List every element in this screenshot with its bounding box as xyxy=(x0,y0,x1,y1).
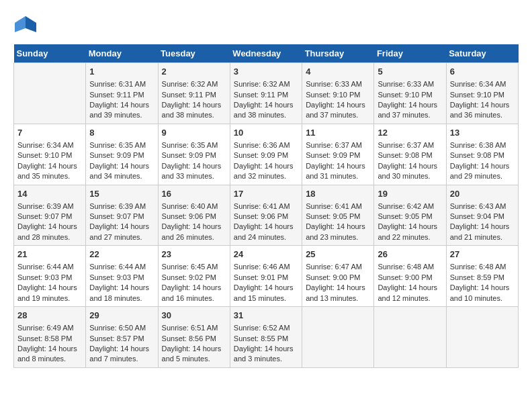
cell-info: Sunset: 8:57 PM xyxy=(89,334,154,344)
cell-info: and 38 minutes. xyxy=(162,110,226,120)
cell-info: Sunrise: 6:35 AM xyxy=(89,140,154,150)
calendar-cell: 3Sunrise: 6:32 AMSunset: 9:11 PMDaylight… xyxy=(230,63,302,124)
cell-info: Daylight: 14 hours xyxy=(450,100,515,110)
cell-info: and 18 minutes. xyxy=(89,293,154,304)
day-number: 17 xyxy=(234,188,298,200)
cell-info: and 19 minutes. xyxy=(17,293,82,304)
cell-info: Sunrise: 6:44 AM xyxy=(17,262,82,272)
cell-info: and 27 minutes. xyxy=(89,232,154,242)
cell-info: Sunrise: 6:40 AM xyxy=(162,201,226,212)
day-number: 2 xyxy=(162,66,226,78)
cell-info: and 28 minutes. xyxy=(17,232,82,242)
calendar-week-row: 28Sunrise: 6:49 AMSunset: 8:58 PMDayligh… xyxy=(14,307,519,368)
cell-info: and 8 minutes. xyxy=(17,354,82,364)
day-number: 26 xyxy=(378,248,442,261)
day-number: 24 xyxy=(234,248,298,261)
cell-info: Sunrise: 6:32 AM xyxy=(162,79,226,89)
calendar-cell: 18Sunrise: 6:41 AMSunset: 9:05 PMDayligh… xyxy=(302,185,374,246)
day-number: 18 xyxy=(306,188,370,200)
calendar-cell: 6Sunrise: 6:34 AMSunset: 9:10 PMDaylight… xyxy=(446,63,518,124)
cell-info: Sunrise: 6:43 AM xyxy=(450,201,515,212)
cell-info: and 15 minutes. xyxy=(234,293,298,304)
calendar-table: SundayMondayTuesdayWednesdayThursdayFrid… xyxy=(13,44,519,368)
calendar-week-row: 1Sunrise: 6:31 AMSunset: 9:11 PMDaylight… xyxy=(14,63,519,124)
cell-info: Sunset: 9:11 PM xyxy=(162,90,226,100)
cell-info: Sunset: 8:59 PM xyxy=(450,273,515,283)
day-header-thursday: Thursday xyxy=(302,44,374,63)
cell-info: Sunrise: 6:38 AM xyxy=(450,140,515,150)
cell-info: Sunset: 9:11 PM xyxy=(89,90,154,100)
calendar-cell: 19Sunrise: 6:42 AMSunset: 9:05 PMDayligh… xyxy=(374,185,446,246)
cell-info: Sunrise: 6:42 AM xyxy=(378,201,442,212)
cell-info: and 39 minutes. xyxy=(89,110,154,120)
cell-info: and 29 minutes. xyxy=(450,171,515,181)
cell-info: Sunrise: 6:45 AM xyxy=(162,262,226,272)
calendar-week-row: 7Sunrise: 6:34 AMSunset: 9:10 PMDaylight… xyxy=(14,124,519,185)
cell-info: and 26 minutes. xyxy=(162,232,226,242)
cell-info: Sunset: 9:03 PM xyxy=(17,273,82,283)
calendar-cell xyxy=(14,63,86,124)
day-number: 10 xyxy=(234,127,298,139)
cell-info: and 22 minutes. xyxy=(378,232,442,242)
cell-info: Sunset: 9:09 PM xyxy=(162,150,226,161)
cell-info: Daylight: 14 hours xyxy=(450,222,515,232)
cell-info: Sunrise: 6:35 AM xyxy=(162,140,226,150)
day-number: 15 xyxy=(89,188,154,200)
calendar-cell: 10Sunrise: 6:36 AMSunset: 9:09 PMDayligh… xyxy=(230,124,302,185)
day-number: 11 xyxy=(306,127,370,139)
cell-info: Sunset: 9:03 PM xyxy=(89,273,154,283)
cell-info: and 30 minutes. xyxy=(378,171,442,181)
cell-info: Sunset: 9:10 PM xyxy=(450,90,515,100)
cell-info: and 23 minutes. xyxy=(306,232,370,242)
cell-info: Daylight: 14 hours xyxy=(306,222,370,232)
cell-info: Daylight: 14 hours xyxy=(162,161,226,171)
page-header xyxy=(13,13,519,38)
calendar-body: 1Sunrise: 6:31 AMSunset: 9:11 PMDaylight… xyxy=(14,63,519,368)
day-number: 14 xyxy=(17,188,82,200)
cell-info: Sunrise: 6:39 AM xyxy=(17,201,82,212)
cell-info: Sunset: 9:08 PM xyxy=(378,150,442,161)
cell-info: Sunset: 9:09 PM xyxy=(89,150,154,161)
calendar-cell: 24Sunrise: 6:46 AMSunset: 9:01 PMDayligh… xyxy=(230,246,302,307)
day-number: 8 xyxy=(89,127,154,139)
calendar-header: SundayMondayTuesdayWednesdayThursdayFrid… xyxy=(14,44,519,63)
cell-info: Sunset: 9:01 PM xyxy=(234,273,298,283)
cell-info: Sunrise: 6:50 AM xyxy=(89,323,154,333)
cell-info: Daylight: 14 hours xyxy=(17,344,82,354)
cell-info: Sunrise: 6:34 AM xyxy=(450,79,515,89)
cell-info: Sunset: 8:55 PM xyxy=(234,334,298,344)
cell-info: Sunset: 9:11 PM xyxy=(234,90,298,100)
calendar-cell: 14Sunrise: 6:39 AMSunset: 9:07 PMDayligh… xyxy=(14,185,86,246)
cell-info: Daylight: 14 hours xyxy=(17,222,82,232)
cell-info: and 37 minutes. xyxy=(306,110,370,120)
day-number: 29 xyxy=(89,310,154,322)
day-number: 23 xyxy=(162,248,226,261)
day-number: 4 xyxy=(306,66,370,78)
cell-info: Daylight: 14 hours xyxy=(450,283,515,293)
calendar-cell: 27Sunrise: 6:48 AMSunset: 8:59 PMDayligh… xyxy=(446,246,518,307)
cell-info: Daylight: 14 hours xyxy=(17,161,82,171)
cell-info: Sunrise: 6:37 AM xyxy=(378,140,442,150)
day-number: 27 xyxy=(450,248,515,261)
cell-info: Daylight: 14 hours xyxy=(17,283,82,293)
calendar-cell: 21Sunrise: 6:44 AMSunset: 9:03 PMDayligh… xyxy=(14,246,86,307)
cell-info: Daylight: 14 hours xyxy=(89,344,154,354)
cell-info: Sunset: 9:07 PM xyxy=(17,212,82,222)
cell-info: Sunrise: 6:37 AM xyxy=(306,140,370,150)
cell-info: and 34 minutes. xyxy=(89,171,154,181)
calendar-cell: 25Sunrise: 6:47 AMSunset: 9:00 PMDayligh… xyxy=(302,246,374,307)
cell-info: Daylight: 14 hours xyxy=(234,161,298,171)
cell-info: Sunset: 9:05 PM xyxy=(378,212,442,222)
calendar-cell: 15Sunrise: 6:39 AMSunset: 9:07 PMDayligh… xyxy=(86,185,158,246)
day-number: 25 xyxy=(306,248,370,261)
calendar-cell: 2Sunrise: 6:32 AMSunset: 9:11 PMDaylight… xyxy=(158,63,230,124)
logo xyxy=(13,13,40,38)
cell-info: Sunrise: 6:34 AM xyxy=(17,140,82,150)
day-number: 22 xyxy=(89,248,154,261)
day-number: 20 xyxy=(450,188,515,200)
calendar-cell: 20Sunrise: 6:43 AMSunset: 9:04 PMDayligh… xyxy=(446,185,518,246)
day-number: 5 xyxy=(378,66,442,78)
cell-info: Daylight: 14 hours xyxy=(306,100,370,110)
cell-info: Daylight: 14 hours xyxy=(162,283,226,293)
cell-info: Sunrise: 6:51 AM xyxy=(162,323,226,333)
